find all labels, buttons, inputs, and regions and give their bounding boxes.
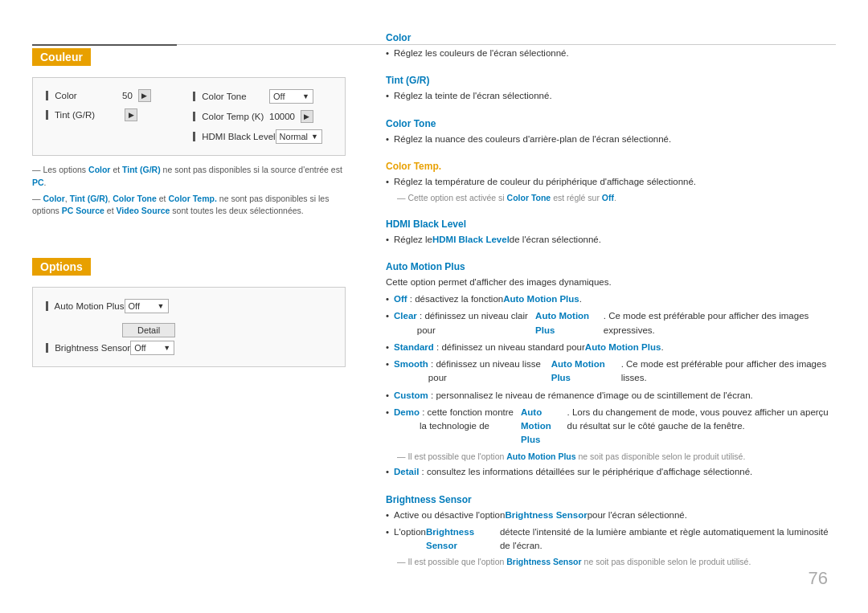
brightness-arrow: ▼	[163, 344, 170, 352]
brightness-dropdown[interactable]: Off ▼	[130, 341, 174, 355]
color-label: Color	[46, 91, 122, 101]
color-tone-row: Color Tone Off ▼	[193, 89, 332, 104]
rp-tint-title: Tint (G/R)	[386, 75, 836, 86]
options-section: Options Auto Motion Plus Off ▼ Detail	[32, 242, 346, 367]
brightness-row: Brightness Sensor Off ▼	[46, 341, 332, 355]
color-temp-value-area: 10000 ▶	[269, 110, 313, 123]
note2-color: Color	[43, 194, 64, 203]
rp-automotion-custom: Custom : personnalisez le niveau de réma…	[386, 389, 836, 403]
color-bar	[46, 91, 48, 100]
color-temp-value: 10000	[269, 112, 295, 121]
rp-automotion-clear: Clear : définissez un niveau clair pour …	[386, 309, 836, 337]
rp-automotion-smooth: Smooth : définissez un niveau lisse pour…	[386, 358, 836, 386]
rp-colortemp-bullet: Réglez la température de couleur du péri…	[386, 175, 836, 189]
tint-arrow-btn[interactable]: ▶	[125, 108, 137, 121]
left-panel: Couleur Color 50 ▶	[32, 32, 370, 581]
note2-videosource: Video Source	[116, 206, 170, 215]
tint-bar	[46, 110, 48, 120]
color-temp-arrow-btn[interactable]: ▶	[301, 110, 313, 123]
color-temp-label: Color Temp (K)	[193, 112, 269, 122]
note1-color: Color	[88, 165, 110, 174]
rp-automotion-detail: Detail : consultez les informations déta…	[386, 465, 836, 479]
hdmi-bar	[193, 132, 195, 141]
auto-motion-label: Auto Motion Plus	[46, 301, 125, 312]
rp-colortone-bullet: Réglez la nuance des couleurs d'arrière-…	[386, 133, 836, 146]
color-tone-label: Color Tone	[193, 92, 269, 102]
rp-automotion-off: Off : désactivez la fonction Auto Motion…	[386, 292, 836, 306]
options-settings-box: Auto Motion Plus Off ▼ Detail Brightness…	[32, 287, 346, 367]
color-row: Color 50 ▶	[46, 89, 185, 102]
rp-brightness-bullet1: Active ou désactive l'option Brightness …	[386, 509, 836, 522]
rp-hdmi-inner: HDMI Black Level	[432, 233, 510, 247]
couleur-note-2: ― Color, Tint (G/R), Color Tone et Color…	[32, 193, 346, 219]
top-rule-short	[32, 44, 177, 46]
rp-automotion-demo: Demo : cette fonction montre la technolo…	[386, 406, 836, 447]
note2-colortone: Color Tone	[113, 194, 157, 203]
auto-motion-bar	[46, 301, 48, 311]
rp-tint-bullet: Réglez la teinte de l'écran sélectionné.	[386, 89, 836, 103]
couleur-left-col: Color 50 ▶ Tint (G/R)	[46, 89, 185, 144]
couleur-section: Couleur Color 50 ▶	[32, 32, 346, 218]
auto-motion-arrow: ▼	[158, 302, 165, 310]
top-rule-right	[362, 44, 836, 45]
color-value: 50	[122, 91, 133, 100]
page-number: 76	[809, 568, 828, 589]
rp-colortemp-title: Color Temp.	[386, 161, 836, 172]
couleur-note-1: ― Les options Color et Tint (G/R) ne son…	[32, 164, 346, 190]
rp-brightness-title: Brightness Sensor	[386, 494, 836, 505]
hdmi-arrow: ▼	[311, 133, 318, 141]
couleur-notes: ― Les options Color et Tint (G/R) ne son…	[32, 164, 346, 218]
rp-brightness-bullet2: L'option Brightness Sensor détecte l'int…	[386, 525, 836, 554]
detail-button[interactable]: Detail	[122, 323, 175, 337]
auto-motion-dropdown[interactable]: Off ▼	[125, 299, 169, 313]
rp-colortemp-note: Cette option est activée si Color Tone e…	[397, 192, 836, 204]
note1-tint: Tint (G/R)	[122, 165, 161, 174]
hdmi-dropdown[interactable]: Normal ▼	[276, 129, 322, 144]
brightness-bar	[46, 343, 48, 353]
hdmi-row: HDMI Black Level Normal ▼	[193, 129, 332, 144]
rp-automotion-note: Il est possible que l'option Auto Motion…	[397, 451, 836, 463]
rp-hdmi-title: HDMI Black Level	[386, 219, 836, 230]
rp-automotion-intro: Cette option permet d'afficher des image…	[386, 276, 836, 289]
color-tone-bar	[193, 92, 195, 101]
couleur-settings-box: Color 50 ▶ Tint (G/R)	[32, 77, 346, 156]
auto-motion-row: Auto Motion Plus Off ▼	[46, 299, 332, 313]
couleur-heading: Couleur	[32, 48, 91, 66]
hdmi-label: HDMI Black Level	[193, 132, 276, 142]
rp-automotion-title: Auto Motion Plus	[386, 261, 836, 272]
rp-automotion-standard: Standard : définissez un niveau standard…	[386, 341, 836, 354]
tint-label: Tint (G/R)	[46, 110, 122, 121]
rp-hdmi-bullet: Réglez le HDMI Black Level de l'écran sé…	[386, 233, 836, 247]
rp-brightness-note: Il est possible que l'option Brightness …	[397, 556, 836, 568]
couleur-two-col: Color 50 ▶ Tint (G/R)	[46, 89, 332, 144]
couleur-right-col: Color Tone Off ▼ Color Temp (K)	[193, 89, 332, 144]
note2-tint: Tint (G/R)	[70, 194, 108, 203]
color-temp-bar	[193, 112, 195, 121]
color-tone-dropdown[interactable]: Off ▼	[269, 89, 313, 104]
color-tone-arrow: ▼	[302, 92, 309, 100]
note2-colortemp: Color Temp.	[168, 194, 216, 203]
rp-color-bullet: Réglez les couleurs de l'écran sélection…	[386, 47, 836, 60]
rp-color-title: Color	[386, 32, 836, 43]
note1-pc: PC	[32, 178, 44, 187]
tint-row: Tint (G/R) ▶	[46, 108, 185, 121]
note2-pcsource: PC Source	[62, 206, 104, 215]
rp-colortone-title: Color Tone	[386, 118, 836, 129]
color-value-area: 50 ▶	[122, 89, 151, 102]
rp-note-colortone: Color Tone	[507, 193, 551, 202]
rp-note-off: Off	[602, 193, 614, 202]
options-heading: Options	[32, 258, 91, 276]
brightness-label: Brightness Sensor	[46, 343, 130, 353]
color-arrow-btn[interactable]: ▶	[138, 89, 151, 102]
color-temp-row: Color Temp (K) 10000 ▶	[193, 110, 332, 123]
right-panel: Color Réglez les couleurs de l'écran sél…	[370, 32, 836, 581]
